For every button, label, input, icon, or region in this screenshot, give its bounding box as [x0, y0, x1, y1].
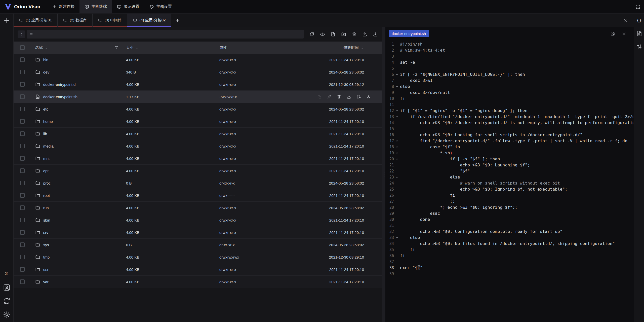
fold-toggle-icon[interactable] [394, 138, 400, 144]
row-checkbox[interactable] [20, 70, 25, 74]
table-row[interactable]: lib4.00 KBdrwxr-xr-x2021-11-24 17:20:10 [14, 128, 382, 140]
path-input[interactable] [35, 32, 301, 37]
rail-user-button[interactable] [3, 284, 11, 291]
menu-item-new-connection[interactable]: 新建连接 [47, 0, 79, 13]
path-menu-icon[interactable] [29, 32, 33, 36]
fold-toggle-icon[interactable] [394, 156, 400, 162]
table-row[interactable]: docker-entrypoint.d4.00 KBdrwxr-xr-x2021… [14, 78, 382, 91]
new-tab-button[interactable] [171, 14, 183, 27]
terminal-tab-4[interactable]: (4) 应用-分析02 [127, 14, 171, 27]
row-checkbox[interactable] [20, 218, 25, 222]
code-area[interactable]: 1#!/bin/sh2# vim:sw=4:ts=4:et34set -e56i… [385, 40, 634, 322]
save-icon[interactable] [610, 31, 615, 36]
table-row[interactable]: tmp4.00 KBdrwxrwxrwx2021-12-30 03:29:10 [14, 251, 382, 263]
select-all-checkbox[interactable] [20, 45, 25, 50]
row-checkbox[interactable] [20, 57, 25, 62]
upload-button[interactable] [362, 32, 367, 37]
download-button[interactable] [373, 32, 378, 37]
row-checkbox[interactable] [20, 156, 25, 161]
fullscreen-icon[interactable] [635, 4, 640, 9]
back-button[interactable] [18, 30, 25, 38]
row-checkbox[interactable] [20, 230, 25, 235]
refresh-button[interactable] [309, 32, 314, 37]
table-row[interactable]: home4.00 KBdrwxr-xr-x2021-11-24 17:20:10 [14, 115, 382, 128]
row-checkbox[interactable] [20, 119, 25, 124]
fold-toggle-icon[interactable] [394, 144, 400, 150]
column-header-size[interactable]: 大小 [126, 45, 134, 50]
table-row[interactable]: run4.00 KBdrwxr-xr-x2024-05-28 23:58:02 [14, 202, 382, 214]
new-file-button[interactable] [331, 32, 336, 37]
sort-icon[interactable] [44, 46, 48, 50]
trash-icon[interactable] [337, 94, 341, 99]
rail-settings-button[interactable] [3, 311, 11, 318]
row-checkbox[interactable] [20, 94, 25, 99]
copy-icon[interactable] [317, 94, 322, 99]
terminal-tab-1[interactable]: (1) 应用-分析01 [14, 14, 58, 27]
fold-toggle-icon[interactable] [394, 108, 400, 114]
column-header-name[interactable]: 名称 [35, 45, 43, 50]
table-row[interactable]: etc4.00 KBdrwxr-xr-x2024-05-28 23:58:02 [14, 103, 382, 115]
rail-command-button[interactable]: ⌘ [3, 270, 11, 278]
table-row[interactable]: root4.00 KBdrwx------2021-11-24 17:20:10 [14, 189, 382, 202]
fold-toggle-icon[interactable] [394, 235, 400, 241]
new-folder-button[interactable] [341, 32, 346, 37]
download-icon[interactable] [347, 94, 351, 99]
row-checkbox[interactable] [20, 255, 25, 259]
terminal-tab-3[interactable]: (3) 中间件 [93, 14, 128, 27]
delete-button[interactable] [352, 32, 357, 37]
table-row[interactable]: dev340 Bdrwxr-xr-x2024-05-28 23:58:02 [14, 66, 382, 78]
table-row[interactable]: srv4.00 KBdrwxr-xr-x2021-11-24 17:20:10 [14, 226, 382, 239]
menu-item-host-terminal[interactable]: 主机终端 [79, 0, 112, 13]
table-row[interactable]: docker-entrypoint.sh1.17 KB-rwxrwxr-x [14, 91, 382, 103]
rail-snippets-button[interactable]: {} [636, 17, 642, 24]
row-checkbox[interactable] [20, 242, 25, 247]
code-text: echo >&3 "$0: Launching $f"; [400, 162, 634, 168]
column-header-mtime[interactable]: 修改时间 [344, 45, 359, 50]
fold-toggle-icon[interactable] [394, 71, 400, 78]
fold-toggle-icon[interactable] [394, 174, 400, 180]
panel-splitter[interactable] [382, 27, 385, 322]
menu-item-display-settings[interactable]: 显示设置 [112, 0, 144, 13]
close-panel-icon[interactable] [623, 18, 628, 23]
table-row[interactable]: usr4.00 KBdrwxr-xr-x2021-11-24 17:20:10 [14, 263, 382, 276]
row-checkbox[interactable] [20, 279, 25, 284]
fold-toggle-icon[interactable] [394, 84, 400, 90]
table-row[interactable]: proc0 Bdr-xr-xr-x2024-05-28 23:58:02 [14, 177, 382, 189]
rail-add-button[interactable] [3, 17, 11, 24]
row-checkbox[interactable] [20, 144, 25, 148]
table-row[interactable]: var4.00 KBdrwxr-xr-x2021-11-24 17:20:10 [14, 276, 382, 288]
table-row[interactable]: media4.00 KBdrwxr-xr-x2021-11-24 17:20:1… [14, 140, 382, 152]
line-number: 25 [385, 186, 394, 192]
row-checkbox[interactable] [20, 107, 25, 111]
editor-file-tab[interactable]: docker-entrypoint.sh [389, 30, 429, 37]
rail-transfer-button[interactable] [636, 43, 642, 50]
line-number: 17 [385, 138, 394, 144]
permission-icon[interactable] [366, 94, 371, 99]
filter-icon[interactable] [114, 46, 118, 50]
sort-icon[interactable] [135, 46, 139, 50]
row-checkbox[interactable] [20, 267, 25, 272]
table-row[interactable]: opt4.00 KBdrwxr-xr-x2021-11-24 17:20:10 [14, 165, 382, 177]
table-row[interactable]: sbin4.00 KBdrwxr-xr-x2021-11-24 17:20:10 [14, 214, 382, 226]
fold-toggle-icon[interactable] [394, 150, 400, 156]
code-text: # vim:sw=4:ts=4:et [400, 47, 634, 53]
move-icon[interactable] [356, 94, 361, 99]
row-checkbox[interactable] [20, 193, 25, 198]
edit-icon[interactable] [327, 94, 332, 99]
show-hidden-button[interactable] [320, 32, 325, 37]
close-editor-icon[interactable] [622, 31, 626, 36]
terminal-tab-2[interactable]: (2) 数据库 [58, 14, 93, 27]
table-row[interactable]: bin4.00 KBdrwxr-xr-x2021-11-24 17:20:10 [14, 54, 382, 66]
sort-icon[interactable] [360, 46, 364, 50]
row-checkbox[interactable] [20, 82, 25, 87]
rail-sync-button[interactable] [3, 297, 11, 305]
row-checkbox[interactable] [20, 168, 25, 173]
row-checkbox[interactable] [20, 205, 25, 210]
fold-toggle-icon[interactable] [394, 114, 400, 120]
table-row[interactable]: mnt4.00 KBdrwxr-xr-x2021-11-24 17:20:10 [14, 152, 382, 165]
menu-item-theme-settings[interactable]: 主题设置 [144, 0, 177, 13]
rail-doc-button[interactable] [636, 30, 642, 37]
table-row[interactable]: sys0 Bdr-xr-xr-x2024-05-28 23:58:02 [14, 239, 382, 251]
row-checkbox[interactable] [20, 131, 25, 136]
row-checkbox[interactable] [20, 181, 25, 185]
